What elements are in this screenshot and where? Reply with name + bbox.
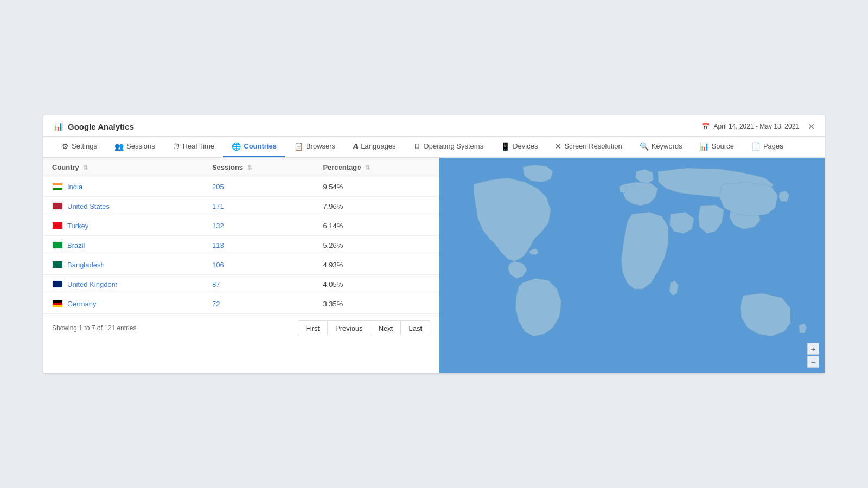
- flag-brazil: [52, 241, 63, 249]
- country-name[interactable]: Bangladesh: [67, 261, 105, 269]
- app-title-area: 📊 Google Analytics: [53, 121, 134, 131]
- sort-percentage-icon[interactable]: ⇅: [365, 164, 370, 171]
- tab-operating-systems[interactable]: 🖥 Operating Systems: [405, 137, 493, 157]
- tab-countries-label: Countries: [244, 142, 277, 150]
- zoom-out-button[interactable]: −: [807, 356, 819, 368]
- tab-screen-resolution[interactable]: ✕ Screen Resolution: [546, 137, 630, 157]
- cell-percentage-5: 4.05%: [314, 274, 439, 294]
- col-sessions[interactable]: Sessions ⇅: [203, 158, 314, 177]
- showing-text: Showing 1 to 7 of 121 entries: [52, 324, 136, 332]
- realtime-icon: ⏱: [173, 142, 180, 151]
- sort-country-icon[interactable]: ⇅: [83, 164, 88, 171]
- countries-icon: 🌐: [232, 142, 241, 151]
- date-range: April 14, 2021 - May 13, 2021: [714, 123, 799, 130]
- cell-country-0: India: [43, 177, 203, 196]
- cell-country-5: United Kingdom: [43, 274, 203, 294]
- tab-devices[interactable]: 📱 Devices: [492, 137, 546, 157]
- table-row: Bangladesh1064.93%: [43, 255, 439, 274]
- country-name[interactable]: Turkey: [67, 222, 88, 230]
- tab-countries[interactable]: 🌐 Countries: [223, 137, 285, 157]
- flag-turkey: [52, 222, 63, 229]
- os-icon: 🖥: [413, 142, 421, 151]
- table-row: India2059.54%: [43, 177, 439, 196]
- tab-pages[interactable]: 📄 Pages: [743, 137, 792, 157]
- content-area: Country ⇅ Sessions ⇅ Percentage ⇅: [43, 158, 825, 373]
- world-map-svg: [439, 158, 825, 373]
- devices-icon: 📱: [501, 142, 510, 151]
- cell-sessions-6: 72: [203, 294, 314, 313]
- flag-india: [52, 183, 63, 190]
- table-row: Turkey1326.14%: [43, 216, 439, 235]
- tab-sessions-label: Sessions: [126, 142, 155, 150]
- country-name[interactable]: Brazil: [67, 241, 85, 249]
- cell-percentage-4: 4.93%: [314, 255, 439, 274]
- col-country[interactable]: Country ⇅: [43, 158, 203, 177]
- previous-button[interactable]: Previous: [328, 320, 371, 336]
- cell-sessions-0: 205: [203, 177, 314, 196]
- map-zoom-controls: + −: [807, 343, 819, 368]
- cell-country-6: Germany: [43, 294, 203, 313]
- tab-devices-label: Devices: [513, 142, 538, 150]
- world-map[interactable]: + −: [439, 158, 825, 373]
- cell-percentage-6: 3.35%: [314, 294, 439, 313]
- tab-source-label: Source: [712, 142, 734, 150]
- card-header: 📊 Google Analytics 📅 April 14, 2021 - Ma…: [43, 115, 825, 137]
- languages-icon: A: [353, 142, 358, 151]
- tab-screen-res-label: Screen Resolution: [564, 142, 622, 150]
- cell-country-2: Turkey: [43, 216, 203, 235]
- cell-percentage-1: 7.96%: [314, 196, 439, 216]
- tab-keywords[interactable]: 🔍 Keywords: [631, 137, 691, 157]
- app-title: Google Analytics: [68, 122, 134, 131]
- country-name[interactable]: Germany: [67, 300, 96, 308]
- cell-sessions-1: 171: [203, 196, 314, 216]
- tab-sessions[interactable]: 👥 Sessions: [106, 137, 164, 157]
- first-button[interactable]: First: [298, 320, 328, 336]
- tab-languages-label: Languages: [361, 142, 395, 150]
- table-row: Brazil1135.26%: [43, 235, 439, 255]
- country-name[interactable]: India: [67, 183, 82, 191]
- tab-languages[interactable]: A Languages: [344, 137, 404, 157]
- close-button[interactable]: ✕: [808, 121, 815, 132]
- pages-icon: 📄: [751, 142, 761, 151]
- cell-percentage-3: 5.26%: [314, 235, 439, 255]
- browsers-icon: 📋: [294, 142, 303, 151]
- cell-percentage-2: 6.14%: [314, 216, 439, 235]
- cell-country-4: Bangladesh: [43, 255, 203, 274]
- flag-united-states: [52, 202, 63, 210]
- tab-realtime-label: Real Time: [183, 142, 215, 150]
- next-button[interactable]: Next: [371, 320, 401, 336]
- pagination-area: Showing 1 to 7 of 121 entries First Prev…: [43, 314, 439, 343]
- country-name[interactable]: United Kingdom: [67, 280, 118, 288]
- tab-keywords-label: Keywords: [652, 142, 682, 150]
- calendar-icon: 📅: [701, 123, 710, 130]
- keywords-icon: 🔍: [640, 142, 649, 151]
- bar-chart-icon: 📊: [53, 121, 63, 131]
- countries-table: Country ⇅ Sessions ⇅ Percentage ⇅: [43, 158, 439, 314]
- table-row: Germany723.35%: [43, 294, 439, 313]
- tab-source[interactable]: 📊 Source: [691, 137, 743, 157]
- sessions-icon: 👥: [114, 142, 124, 151]
- pagination-buttons: First Previous Next Last: [298, 320, 430, 336]
- tab-browsers-label: Browsers: [306, 142, 335, 150]
- tab-settings-label: Settings: [72, 142, 97, 150]
- tab-settings[interactable]: ⚙ Settings: [53, 137, 106, 157]
- col-percentage[interactable]: Percentage ⇅: [314, 158, 439, 177]
- tab-browsers[interactable]: 📋 Browsers: [285, 137, 344, 157]
- analytics-card: 📊 Google Analytics 📅 April 14, 2021 - Ma…: [43, 115, 825, 373]
- cell-sessions-5: 87: [203, 274, 314, 294]
- flag-bangladesh: [52, 261, 63, 268]
- table-header-row: Country ⇅ Sessions ⇅ Percentage ⇅: [43, 158, 439, 177]
- screen-res-icon: ✕: [555, 142, 561, 151]
- cell-sessions-2: 132: [203, 216, 314, 235]
- cell-country-3: Brazil: [43, 235, 203, 255]
- header-right: 📅 April 14, 2021 - May 13, 2021 ✕: [701, 121, 815, 132]
- table-row: United Kingdom874.05%: [43, 274, 439, 294]
- country-name[interactable]: United States: [67, 202, 110, 210]
- settings-icon: ⚙: [62, 142, 69, 151]
- last-button[interactable]: Last: [401, 320, 430, 336]
- tab-realtime[interactable]: ⏱ Real Time: [164, 137, 224, 157]
- cell-percentage-0: 9.54%: [314, 177, 439, 196]
- sort-sessions-icon[interactable]: ⇅: [247, 164, 252, 171]
- zoom-in-button[interactable]: +: [807, 343, 819, 355]
- table-row: United States1717.96%: [43, 196, 439, 216]
